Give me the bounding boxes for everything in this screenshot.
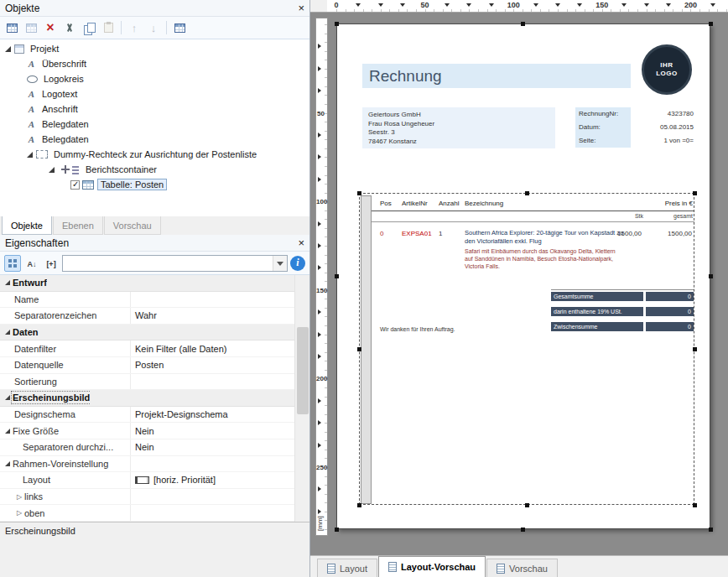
paste-button[interactable] — [99, 19, 117, 37]
property-row[interactable]: Name — [0, 292, 295, 309]
selection-handle[interactable] — [335, 528, 339, 532]
address-object[interactable]: Geiertours GmbHFrau Rosa UngeheuerSeestr… — [362, 107, 555, 148]
report-page[interactable]: Rechnung IHR LOGO Geiertours GmbHFrau Ro… — [336, 23, 710, 529]
selection-handle[interactable] — [521, 22, 525, 26]
property-expander-icon[interactable] — [3, 395, 13, 400]
property-expander-icon[interactable] — [3, 461, 13, 466]
property-value-cell[interactable]: Projekt-Designschema — [131, 409, 295, 419]
selection-handle[interactable] — [357, 503, 361, 507]
property-row[interactable]: Separatorenzeichen Wahr — [0, 308, 295, 325]
properties-panel-title: Eigenschaften — [5, 237, 69, 249]
info-icon[interactable]: i — [290, 256, 305, 271]
close-icon[interactable]: × — [298, 3, 304, 13]
selection-handle[interactable] — [693, 347, 697, 351]
toolbar-icon — [46, 21, 54, 34]
selection-handle[interactable] — [709, 274, 713, 278]
property-row[interactable]: Fixe Größe Nein — [0, 423, 295, 439]
property-expander-icon[interactable] — [3, 280, 13, 285]
property-row[interactable]: Datenquelle Posten — [0, 357, 295, 374]
table-left-strip[interactable] — [361, 195, 372, 504]
property-value-cell[interactable]: Posten — [131, 360, 295, 370]
row-price-unit: 1500,00 — [617, 230, 642, 237]
tree-item[interactable]: Tabelle: Posten — [0, 177, 309, 192]
design-canvas[interactable]: [mm] 50 100 150 200 250 Rechnung IHR LOG… — [310, 13, 728, 555]
delete-button[interactable] — [41, 19, 60, 37]
insert-object-button[interactable] — [3, 19, 21, 37]
property-row[interactable]: Separatoren durchzi... Nein — [0, 439, 295, 456]
selection-handle[interactable] — [357, 347, 361, 351]
total-value: 0 — [646, 292, 694, 301]
property-value-cell[interactable]: Nein — [131, 442, 295, 452]
tree-item[interactable]: Logotext — [0, 86, 309, 101]
close-icon[interactable]: × — [298, 237, 304, 248]
selection-handle[interactable] — [521, 528, 525, 532]
invoice-title-object[interactable]: Rechnung — [362, 64, 631, 88]
selection-handle[interactable] — [335, 274, 339, 278]
tree-item[interactable]: Dummy-Rechteck zur Ausrichtung der Poste… — [0, 147, 309, 162]
scrollbar-thumb[interactable] — [297, 327, 309, 414]
property-row[interactable]: Layout [horiz. Priorität] — [0, 472, 295, 489]
tree-item[interactable]: Logokreis — [0, 71, 309, 86]
move-up-button[interactable] — [125, 19, 143, 37]
property-filter-combobox[interactable] — [62, 255, 288, 272]
selection-handle[interactable] — [693, 503, 697, 507]
selection-handle[interactable] — [357, 191, 361, 195]
selection-handle[interactable] — [709, 528, 713, 532]
tree-item[interactable]: Belegdaten — [0, 132, 309, 147]
property-value-cell[interactable]: Wahr — [131, 310, 295, 320]
insert-table-button[interactable] — [22, 19, 40, 37]
selection-handle[interactable] — [525, 191, 529, 195]
property-value-cell[interactable]: [horiz. Priorität] — [131, 475, 295, 485]
tree-item[interactable]: Überschrift — [0, 56, 309, 71]
property-grid-scrollbar[interactable] — [294, 275, 309, 522]
alphabetical-sort-button[interactable] — [23, 255, 40, 272]
panel-tab[interactable]: Ebenen — [53, 216, 103, 235]
categorized-view-button[interactable] — [4, 255, 21, 272]
cut-button[interactable] — [60, 19, 79, 37]
property-expander-icon[interactable] — [3, 429, 13, 434]
property-row[interactable]: links — [0, 489, 295, 506]
property-value-cell[interactable]: Nein — [131, 426, 295, 436]
property-row[interactable]: Erscheinungsbild — [0, 390, 295, 407]
move-down-button[interactable] — [144, 19, 163, 37]
expression-mode-button[interactable] — [43, 255, 60, 272]
table-header-row[interactable]: Pos ArtikelNr Anzahl Bezeichnung Preis i… — [372, 197, 694, 211]
table-subheader-row[interactable]: Stk gesamt — [372, 211, 694, 222]
logo-circle-object[interactable]: IHR LOGO — [642, 44, 692, 95]
property-expander-icon[interactable] — [14, 493, 24, 501]
property-row[interactable]: Entwurf — [0, 275, 295, 292]
copy-button[interactable] — [80, 19, 98, 37]
panel-tab[interactable]: Vorschau — [104, 216, 161, 235]
totals-block[interactable]: Gesamtsumme 0 darin enthaltene 19% USt. … — [551, 289, 694, 337]
property-row[interactable]: Designschema Projekt-Designschema — [0, 407, 295, 424]
chevron-down-icon[interactable] — [273, 256, 287, 271]
edit-contents-button[interactable] — [170, 19, 189, 37]
panel-tab[interactable]: Objekte — [2, 216, 52, 235]
tree-item[interactable]: Projekt — [0, 41, 309, 56]
tree-item-checkbox[interactable] — [70, 180, 80, 190]
selection-handle[interactable] — [709, 22, 713, 26]
tree-item[interactable]: Anschrift — [0, 101, 309, 117]
view-tab[interactable]: Layout — [317, 559, 377, 577]
tree-expander-icon[interactable] — [27, 152, 36, 158]
selection-handle[interactable] — [693, 191, 697, 195]
tree-item[interactable]: Belegdaten — [0, 117, 309, 132]
view-tab[interactable]: Layout-Vorschau — [378, 556, 486, 577]
property-row[interactable]: Sortierung — [0, 374, 295, 391]
view-tab[interactable]: Vorschau — [486, 559, 558, 577]
property-value-cell[interactable]: Kein Filter (alle Daten) — [131, 344, 295, 354]
tree-expander-icon[interactable] — [49, 167, 58, 173]
workspace: 0 50 100 150 200 [mm] 50 100 150 — [310, 0, 728, 577]
selection-handle[interactable] — [335, 22, 339, 26]
tree-expander-icon[interactable] — [5, 46, 14, 52]
tree-item[interactable]: Berichtscontainer — [0, 162, 309, 177]
property-row[interactable]: Daten — [0, 325, 295, 341]
property-value: Wahr — [135, 310, 157, 320]
selection-handle[interactable] — [525, 503, 529, 507]
property-expander-icon[interactable] — [14, 509, 24, 517]
property-expander-icon[interactable] — [3, 330, 13, 335]
property-row[interactable]: Datenfilter Kein Filter (alle Daten) — [0, 340, 295, 357]
document-meta-object[interactable]: RechnungNr: 4323780 Datum: 05.08.2015 Se… — [575, 107, 694, 148]
property-row[interactable]: Rahmen-Voreinstellung — [0, 456, 295, 473]
property-row[interactable]: oben — [0, 505, 295, 522]
